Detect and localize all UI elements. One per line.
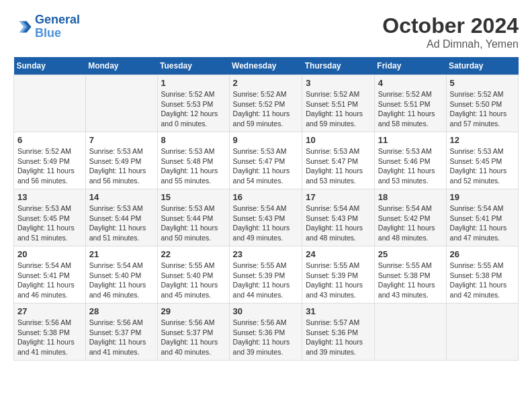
- day-info: Sunrise: 5:56 AMSunset: 5:36 PMDaylight:…: [233, 318, 299, 357]
- day-header-sunday: Sunday: [14, 57, 86, 75]
- day-number: 6: [17, 135, 82, 145]
- calendar-cell: 1Sunrise: 5:52 AMSunset: 5:53 PMDaylight…: [157, 75, 229, 132]
- day-number: 3: [306, 78, 371, 88]
- calendar-week-row: 20Sunrise: 5:54 AMSunset: 5:41 PMDayligh…: [14, 246, 519, 304]
- calendar-cell: 18Sunrise: 5:54 AMSunset: 5:42 PMDayligh…: [374, 189, 446, 246]
- calendar-cell: [85, 75, 157, 132]
- day-number: 2: [233, 78, 299, 88]
- calendar-cell: 12Sunrise: 5:53 AMSunset: 5:45 PMDayligh…: [446, 132, 518, 189]
- calendar-cell: 2Sunrise: 5:52 AMSunset: 5:52 PMDaylight…: [229, 75, 302, 132]
- day-info: Sunrise: 5:55 AMSunset: 5:39 PMDaylight:…: [233, 261, 299, 300]
- calendar-cell: 23Sunrise: 5:55 AMSunset: 5:39 PMDayligh…: [229, 246, 302, 304]
- calendar-cell: 5Sunrise: 5:52 AMSunset: 5:50 PMDaylight…: [446, 75, 518, 132]
- day-info: Sunrise: 5:53 AMSunset: 5:45 PMDaylight:…: [17, 203, 82, 243]
- day-info: Sunrise: 5:52 AMSunset: 5:51 PMDaylight:…: [378, 89, 443, 129]
- calendar-cell: 4Sunrise: 5:52 AMSunset: 5:51 PMDaylight…: [374, 75, 446, 132]
- day-number: 12: [450, 135, 515, 145]
- day-number: 11: [378, 135, 443, 145]
- day-info: Sunrise: 5:52 AMSunset: 5:51 PMDaylight:…: [306, 89, 371, 129]
- day-info: Sunrise: 5:52 AMSunset: 5:52 PMDaylight:…: [233, 89, 299, 129]
- calendar-cell: 13Sunrise: 5:53 AMSunset: 5:45 PMDayligh…: [14, 189, 86, 246]
- logo-icon: [13, 17, 32, 36]
- day-header-saturday: Saturday: [446, 57, 518, 75]
- calendar-cell: 16Sunrise: 5:54 AMSunset: 5:43 PMDayligh…: [229, 189, 302, 246]
- calendar-cell: 20Sunrise: 5:54 AMSunset: 5:41 PMDayligh…: [14, 246, 86, 304]
- day-number: 9: [233, 135, 299, 145]
- day-number: 23: [233, 249, 299, 259]
- calendar-cell: 11Sunrise: 5:53 AMSunset: 5:46 PMDayligh…: [374, 132, 446, 189]
- calendar-cell: 29Sunrise: 5:56 AMSunset: 5:37 PMDayligh…: [157, 304, 229, 361]
- calendar-cell: 15Sunrise: 5:53 AMSunset: 5:44 PMDayligh…: [157, 189, 229, 246]
- logo-text: General Blue: [35, 13, 80, 40]
- location-subtitle: Ad Dimnah, Yemen: [382, 38, 519, 50]
- day-info: Sunrise: 5:55 AMSunset: 5:38 PMDaylight:…: [378, 261, 443, 300]
- calendar-cell: 3Sunrise: 5:52 AMSunset: 5:51 PMDaylight…: [302, 75, 375, 132]
- day-number: 15: [161, 192, 226, 202]
- day-info: Sunrise: 5:52 AMSunset: 5:50 PMDaylight:…: [450, 89, 515, 129]
- day-number: 24: [306, 249, 371, 259]
- day-info: Sunrise: 5:54 AMSunset: 5:41 PMDaylight:…: [450, 203, 515, 243]
- calendar-cell: [14, 75, 86, 132]
- day-info: Sunrise: 5:54 AMSunset: 5:41 PMDaylight:…: [17, 261, 82, 300]
- calendar-cell: 9Sunrise: 5:53 AMSunset: 5:47 PMDaylight…: [229, 132, 302, 189]
- day-info: Sunrise: 5:56 AMSunset: 5:37 PMDaylight:…: [89, 318, 154, 357]
- day-header-tuesday: Tuesday: [157, 57, 229, 75]
- day-number: 19: [450, 192, 515, 202]
- day-info: Sunrise: 5:52 AMSunset: 5:53 PMDaylight:…: [161, 89, 226, 129]
- calendar-cell: 30Sunrise: 5:56 AMSunset: 5:36 PMDayligh…: [229, 304, 302, 361]
- calendar-cell: 7Sunrise: 5:53 AMSunset: 5:49 PMDaylight…: [85, 132, 157, 189]
- day-number: 13: [17, 192, 82, 202]
- calendar-cell: [446, 304, 518, 361]
- day-header-wednesday: Wednesday: [229, 57, 302, 75]
- calendar-cell: 17Sunrise: 5:54 AMSunset: 5:43 PMDayligh…: [302, 189, 375, 246]
- day-info: Sunrise: 5:55 AMSunset: 5:38 PMDaylight:…: [450, 261, 515, 300]
- day-info: Sunrise: 5:55 AMSunset: 5:39 PMDaylight:…: [306, 261, 371, 300]
- day-header-thursday: Thursday: [302, 57, 375, 75]
- calendar-cell: 6Sunrise: 5:52 AMSunset: 5:49 PMDaylight…: [14, 132, 86, 189]
- day-info: Sunrise: 5:53 AMSunset: 5:44 PMDaylight:…: [161, 203, 226, 243]
- day-number: 29: [161, 306, 226, 316]
- day-number: 4: [378, 78, 443, 88]
- day-info: Sunrise: 5:53 AMSunset: 5:47 PMDaylight:…: [233, 146, 299, 186]
- day-number: 25: [378, 249, 443, 259]
- calendar-week-row: 6Sunrise: 5:52 AMSunset: 5:49 PMDaylight…: [14, 132, 519, 189]
- day-info: Sunrise: 5:56 AMSunset: 5:38 PMDaylight:…: [17, 318, 82, 357]
- title-section: October 2024 Ad Dimnah, Yemen: [382, 13, 519, 50]
- calendar-cell: 10Sunrise: 5:53 AMSunset: 5:47 PMDayligh…: [302, 132, 375, 189]
- calendar-table: SundayMondayTuesdayWednesdayThursdayFrid…: [13, 57, 519, 361]
- day-number: 10: [306, 135, 371, 145]
- day-number: 21: [89, 249, 154, 259]
- logo: General Blue: [13, 13, 80, 40]
- day-info: Sunrise: 5:55 AMSunset: 5:40 PMDaylight:…: [161, 261, 226, 300]
- day-info: Sunrise: 5:53 AMSunset: 5:46 PMDaylight:…: [378, 146, 443, 186]
- day-number: 14: [89, 192, 154, 202]
- calendar-cell: 19Sunrise: 5:54 AMSunset: 5:41 PMDayligh…: [446, 189, 518, 246]
- calendar-cell: 8Sunrise: 5:53 AMSunset: 5:48 PMDaylight…: [157, 132, 229, 189]
- calendar-cell: 26Sunrise: 5:55 AMSunset: 5:38 PMDayligh…: [446, 246, 518, 304]
- day-number: 26: [450, 249, 515, 259]
- day-number: 18: [378, 192, 443, 202]
- day-number: 22: [161, 249, 226, 259]
- page-header: General Blue October 2024 Ad Dimnah, Yem…: [13, 13, 519, 50]
- day-number: 31: [306, 306, 371, 316]
- day-number: 8: [161, 135, 226, 145]
- month-title: October 2024: [382, 13, 519, 38]
- day-number: 27: [17, 306, 82, 316]
- calendar-cell: 22Sunrise: 5:55 AMSunset: 5:40 PMDayligh…: [157, 246, 229, 304]
- calendar-cell: 14Sunrise: 5:53 AMSunset: 5:44 PMDayligh…: [85, 189, 157, 246]
- day-info: Sunrise: 5:52 AMSunset: 5:49 PMDaylight:…: [17, 146, 82, 186]
- calendar-cell: 25Sunrise: 5:55 AMSunset: 5:38 PMDayligh…: [374, 246, 446, 304]
- calendar-cell: 27Sunrise: 5:56 AMSunset: 5:38 PMDayligh…: [14, 304, 86, 361]
- day-number: 28: [89, 306, 154, 316]
- day-info: Sunrise: 5:53 AMSunset: 5:45 PMDaylight:…: [450, 146, 515, 186]
- day-info: Sunrise: 5:53 AMSunset: 5:47 PMDaylight:…: [306, 146, 371, 186]
- day-info: Sunrise: 5:54 AMSunset: 5:43 PMDaylight:…: [306, 203, 371, 243]
- day-header-monday: Monday: [85, 57, 157, 75]
- day-number: 20: [17, 249, 82, 259]
- day-number: 30: [233, 306, 299, 316]
- calendar-cell: 21Sunrise: 5:54 AMSunset: 5:40 PMDayligh…: [85, 246, 157, 304]
- day-info: Sunrise: 5:53 AMSunset: 5:48 PMDaylight:…: [161, 146, 226, 186]
- day-info: Sunrise: 5:53 AMSunset: 5:49 PMDaylight:…: [89, 146, 154, 186]
- day-number: 7: [89, 135, 154, 145]
- day-info: Sunrise: 5:54 AMSunset: 5:42 PMDaylight:…: [378, 203, 443, 243]
